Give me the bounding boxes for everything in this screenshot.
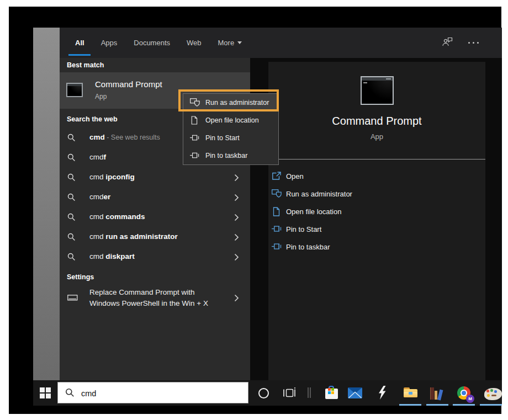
chevron-right-icon[interactable] [234,233,239,243]
suggestion-row[interactable]: cmder [60,188,250,208]
menu-item-open-file-location[interactable]: Open file location [183,111,278,129]
menu-item-pin-to-taskbar[interactable]: Pin to taskbar [183,147,278,164]
chevron-right-icon[interactable] [234,294,239,304]
settings-item-icon [67,293,78,303]
preview-app-name: Command Prompt [268,115,485,127]
chevron-right-icon[interactable] [234,174,239,184]
search-input[interactable] [80,382,242,404]
suggestion-row[interactable]: cmd diskpart [60,247,250,267]
search-icon [67,233,76,243]
preview-panel: Command Prompt App Open Run as administr… [268,62,485,380]
tab-apps[interactable]: Apps [101,39,118,47]
tab-more[interactable]: More [218,39,242,47]
command-prompt-icon [66,83,83,97]
chrome-profile-badge: M [466,395,474,403]
open-icon [272,172,281,183]
menu-item-run-as-administrator[interactable]: Run as administrator [183,94,278,111]
divider [268,159,485,160]
action-open[interactable]: Open [268,168,485,185]
best-match-header: Best match [67,61,104,69]
running-indicator [453,404,475,406]
tab-all[interactable]: All [75,39,84,47]
palette-icon[interactable] [484,387,499,401]
windows-desktop: All Apps Documents Web More [33,28,502,406]
tab-web[interactable]: Web [187,39,202,47]
pin-icon [272,225,282,235]
action-pin-to-taskbar[interactable]: Pin to taskbar [268,238,485,256]
settings-item-label: Replace Command Prompt with Windows Powe… [89,287,222,309]
running-indicator [480,404,502,406]
action-pin-to-start[interactable]: Pin to Start [268,221,485,238]
start-button[interactable] [40,387,51,398]
search-icon [67,153,76,164]
chrome-icon[interactable]: M [457,386,472,401]
best-match-app-name: Command Prompt [95,79,162,89]
books-icon[interactable] [430,386,444,401]
suggestion-row[interactable]: cmd ipconfig [60,168,250,188]
desktop-background [33,28,60,380]
mail-icon[interactable] [348,387,362,402]
preview-app-type: App [268,132,485,141]
run-as-admin-icon [190,98,200,109]
taskbar-search-box[interactable] [57,382,248,403]
feedback-icon[interactable] [442,37,453,49]
microsoft-store-icon[interactable] [325,386,339,400]
settings-result[interactable]: Replace Command Prompt with Windows Powe… [60,284,250,314]
run-as-admin-icon [272,189,282,200]
taskbar: M [33,380,502,406]
file-explorer-icon[interactable] [404,387,418,402]
chevron-right-icon[interactable] [234,194,239,204]
border-frame: All Apps Documents Web More [9,7,501,414]
suggestion-row[interactable]: cmd run as administrator [60,227,250,247]
action-run-as-administrator[interactable]: Run as administrator [268,185,485,203]
task-view-icon[interactable] [283,387,296,401]
open-file-location-icon [190,116,198,127]
running-indicator [399,404,421,406]
tab-all-label: All [75,39,84,47]
more-options-icon[interactable] [468,42,479,44]
search-icon [67,213,76,224]
running-indicator [426,404,448,406]
context-menu: Run as administrator Open file location … [183,93,279,165]
command-prompt-icon-large [361,76,394,105]
screenshot-canvas: All Apps Documents Web More [0,0,508,420]
suggestion-row[interactable]: cmd commands [60,208,250,227]
search-icon [67,253,76,263]
chevron-right-icon[interactable] [234,253,239,263]
search-the-web-header: Search the web [67,115,118,123]
lightning-icon[interactable] [378,386,392,400]
cortana-icon[interactable] [258,388,269,398]
chevron-down-icon [237,41,242,44]
search-icon [67,134,76,144]
settings-header: Settings [67,273,94,281]
preview-actions-list: Open Run as administrator Open file loca… [268,168,485,256]
best-match-app-type: App [95,93,107,100]
pin-icon [272,242,282,252]
chevron-right-icon[interactable] [234,214,239,224]
pin-icon [190,134,200,143]
tab-documents[interactable]: Documents [134,39,170,47]
action-open-file-location[interactable]: Open file location [268,203,485,221]
pin-icon [190,151,200,161]
search-icon [65,388,75,397]
taskbar-separator [308,387,312,398]
search-icon [67,193,76,204]
open-file-location-icon [272,207,280,219]
search-icon [67,173,76,184]
selected-tab-underline [68,54,91,56]
search-filter-tabbar: All Apps Documents Web More [60,28,502,58]
menu-item-pin-to-start[interactable]: Pin to Start [183,129,278,147]
